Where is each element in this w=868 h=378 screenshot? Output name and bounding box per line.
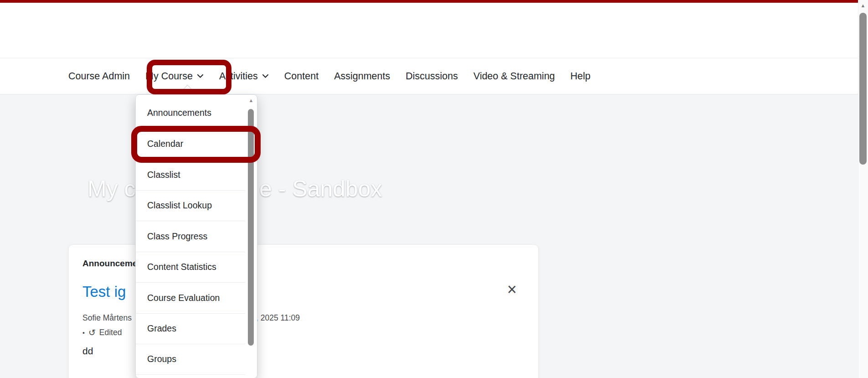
history-icon: ↺ xyxy=(88,327,96,338)
page-scroll-up-arrow-icon[interactable]: ▲ xyxy=(859,3,867,8)
menu-item-course-evaluation[interactable]: Course Evaluation xyxy=(136,282,245,313)
menu-item-content-statistics[interactable]: Content Statistics xyxy=(136,252,245,283)
page-scrollbar-thumb[interactable] xyxy=(859,13,867,165)
my-course-dropdown-menu: Announcements Calendar Classlist Classli… xyxy=(135,94,257,378)
close-icon[interactable]: × xyxy=(505,280,519,300)
menu-item-announcements[interactable]: Announcements xyxy=(136,98,245,129)
dropdown-scrollbar-thumb[interactable] xyxy=(248,109,254,346)
dropdown-scroll-up-arrow-icon[interactable]: ▲ xyxy=(247,98,255,103)
announcement-edited-row: • ↺ Edited xyxy=(82,327,122,338)
nav-label: Course Admin xyxy=(68,71,130,82)
nav-item-discussions[interactable]: Discussions xyxy=(406,71,458,82)
nav-item-help[interactable]: Help xyxy=(570,71,591,82)
nav-item-content[interactable]: Content xyxy=(284,71,318,82)
nav-label: My Course xyxy=(145,71,193,82)
app-root: My c e - Sandbox Announcements × Test ig… xyxy=(0,0,868,378)
nav-label: Discussions xyxy=(406,71,458,82)
top-accent-bar xyxy=(0,0,858,3)
menu-item-classlist[interactable]: Classlist xyxy=(136,159,245,190)
banner-title-fragment-right: e - Sandbox xyxy=(259,176,382,202)
menu-item-calendar[interactable]: Calendar xyxy=(136,129,245,160)
nav-label: Assignments xyxy=(334,71,390,82)
menu-item-grades[interactable]: Grades xyxy=(136,313,245,344)
nav-item-video-streaming[interactable]: Video & Streaming xyxy=(473,71,555,82)
nav-item-activities[interactable]: Activities xyxy=(219,71,269,82)
nav-item-my-course[interactable]: My Course xyxy=(145,71,204,82)
announcement-body: dd xyxy=(82,346,93,357)
nav-label: Activities xyxy=(219,71,258,82)
chevron-down-icon xyxy=(262,74,269,78)
menu-item-classlist-lookup[interactable]: Classlist Lookup xyxy=(136,190,245,221)
course-navbar: Course Admin My Course Activities Conten… xyxy=(0,58,858,94)
nav-label: Help xyxy=(570,71,591,82)
chevron-down-icon xyxy=(197,74,204,78)
announcement-date-fragment: , 2025 11:09 xyxy=(256,313,300,323)
nav-label: Video & Streaming xyxy=(473,71,555,82)
bullet-separator: • xyxy=(82,329,85,337)
nav-label: Content xyxy=(284,71,318,82)
edited-label: Edited xyxy=(99,328,122,337)
announcement-author: Sofie Mårtens xyxy=(82,313,132,323)
menu-item-groups[interactable]: Groups xyxy=(136,344,245,375)
menu-item-class-progress[interactable]: Class Progress xyxy=(136,221,245,252)
nav-item-course-admin[interactable]: Course Admin xyxy=(68,71,130,82)
nav-item-assignments[interactable]: Assignments xyxy=(334,71,390,82)
announcement-post-title-link[interactable]: Test ig xyxy=(82,283,126,300)
banner-title-fragment-left: My c xyxy=(87,176,136,202)
top-header-bar xyxy=(0,3,858,58)
